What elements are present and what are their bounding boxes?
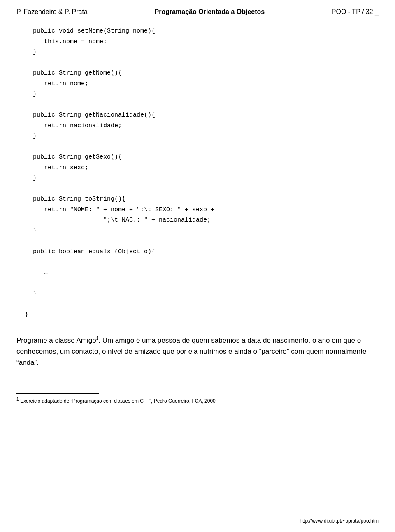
footnote: 1 Exercício adaptado de “Programação com… [16,397,379,404]
code-line-18: return "NOME: " + nome + ";\t SEXO: " + … [33,206,214,213]
code-ellipsis: … [33,269,48,276]
code-line-13: public String getSexo(){ [33,154,122,161]
code-line-7: } [33,91,37,98]
page-title: Programação Orientada a Objectos [155,8,265,16]
code-line-20: } [33,227,37,234]
code-block: public void setNome(String nome){ this.n… [33,26,379,299]
code-line-3: } [33,49,37,56]
paragraph-text-before: Programe a classe Amigo [16,336,96,344]
footer-url: http://www.di.ubi.pt/~pprata/poo.htm [300,518,379,524]
footnote-text: Exercício adaptado de “Programação com c… [19,398,216,404]
code-line-17: public String toString(){ [33,196,125,203]
code-line-14: return sexo; [33,164,88,171]
footnote-divider [16,393,99,394]
code-line-19: ";\t NAC.: " + nacionalidade; [33,217,211,224]
code-line-15: } [33,175,37,182]
paragraph: Programe a classe Amigo1. Um amigo é uma… [16,335,379,369]
code-line-22: public boolean equals (Object o){ [33,248,155,255]
code-line-6: return nome; [33,80,88,87]
authors-label: P. Fazendeiro & P. Prata [16,8,88,16]
code-line-inner-close: } [33,290,37,297]
code-line-2: this.nome = nome; [33,38,107,45]
code-line-1: public void setNome(String nome){ [33,28,155,35]
code-line-10: return nacionalidade; [33,122,122,129]
code-line-11: } [33,133,37,140]
outer-closing-brace: } [25,311,28,318]
code-line-9: public String getNacionalidade(){ [33,112,155,119]
page-number: POO - TP / 32 _ [332,8,379,16]
code-line-5: public String getNome(){ [33,70,122,77]
